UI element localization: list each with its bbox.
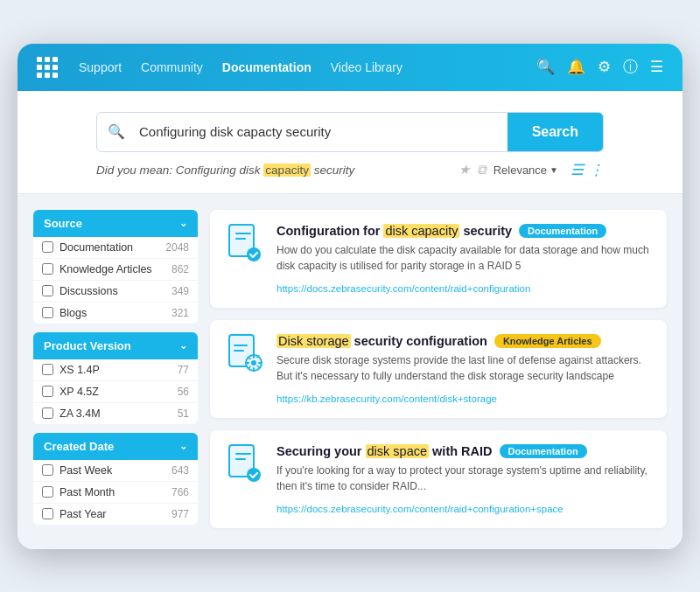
list-view-icon[interactable]: ☰	[570, 161, 584, 179]
filter-xp45z-checkbox[interactable]	[42, 386, 53, 397]
nav-documentation[interactable]: Documentation	[222, 60, 312, 74]
filter-knowledge-articles-checkbox[interactable]	[42, 263, 53, 275]
filter-source-header[interactable]: Source ⌄	[33, 210, 198, 237]
bell-icon[interactable]: 🔔	[567, 58, 585, 76]
device-frame: Support Community Documentation Video Li…	[18, 44, 682, 549]
filter-documentation-label: Documentation	[60, 241, 159, 254]
did-you-mean-row: Did you mean: Configuring disk capacity …	[96, 161, 604, 179]
filter-past-week-count: 643	[172, 464, 189, 477]
result-3-icon	[226, 444, 264, 483]
filter-product-label: Product Version	[44, 339, 131, 352]
nav-video-library[interactable]: Video Library	[331, 60, 402, 74]
result-1-title-row: Configuration for disk capacity security…	[276, 224, 651, 238]
filter-blogs: Blogs 321	[33, 303, 198, 324]
svg-point-4	[251, 360, 256, 366]
hamburger-icon[interactable]: ☰	[650, 58, 663, 76]
result-3-content: Securing your disk space with RAID Docum…	[276, 444, 651, 516]
search-area: 🔍 Search Did you mean: Configuring disk …	[18, 91, 682, 194]
gear-icon[interactable]: ⚙	[598, 58, 611, 76]
did-you-mean-highlight: capacity	[263, 164, 311, 177]
filter-knowledge-articles-count: 862	[172, 263, 189, 275]
filter-documentation: Documentation 2048	[33, 237, 198, 259]
result-1-url[interactable]: https://docs.zebrasecurity.com/content/r…	[276, 283, 530, 294]
doc-check-icon-1	[228, 223, 262, 263]
filter-past-week: Past Week 643	[33, 460, 198, 482]
main-layout: Source ⌄ Documentation 2048 Knowledge Ar…	[18, 194, 682, 549]
result-2-title-row: Disk storage security configuration Know…	[276, 334, 651, 348]
filter-za34m-label: ZA 3.4M	[60, 407, 172, 420]
result-3-highlight: disk space	[366, 444, 430, 458]
filter-past-month-label: Past Month	[60, 486, 165, 498]
search-bar-icon: 🔍	[97, 123, 136, 140]
result-2-url[interactable]: https://kb.zebrasecurity.com/content/dis…	[276, 394, 497, 404]
filter-past-month-checkbox[interactable]	[42, 486, 53, 498]
filter-discussions-count: 349	[172, 285, 189, 297]
filter-blogs-label: Blogs	[60, 307, 165, 319]
search-input[interactable]	[136, 115, 508, 148]
result-card-2: Disk storage security configuration Know…	[210, 320, 667, 418]
result-3-desc: If you're looking for a way to protect y…	[276, 463, 651, 494]
filter-date-section: Created Date ⌄ Past Week 643 Past Month …	[33, 433, 198, 525]
filter-za34m-checkbox[interactable]	[42, 407, 53, 419]
result-3-url[interactable]: https://docs.zebrasecurity.com/content/r…	[276, 504, 564, 514]
filter-xs14p-checkbox[interactable]	[42, 364, 53, 375]
filter-xs14p-label: XS 1.4P	[60, 364, 172, 376]
result-1-highlight: disk capacity	[383, 224, 459, 238]
result-1-icon	[226, 224, 264, 262]
filter-date-header[interactable]: Created Date ⌄	[33, 433, 198, 460]
filter-discussions-checkbox[interactable]	[42, 285, 53, 296]
result-1-content: Configuration for disk capacity security…	[276, 224, 651, 296]
gear-doc-icon	[228, 333, 262, 373]
filter-product-header[interactable]: Product Version ⌄	[33, 332, 198, 359]
result-card-1: Configuration for disk capacity security…	[210, 210, 667, 308]
result-2-desc: Secure disk storage systems provide the …	[276, 352, 651, 384]
sort-row: ★ ⧉ Relevance ▼ ☰ ⋮	[458, 161, 604, 179]
filter-blogs-checkbox[interactable]	[42, 307, 53, 318]
search-icon[interactable]: 🔍	[536, 58, 555, 76]
bookmark-icon[interactable]: ★	[458, 162, 470, 178]
filter-past-week-label: Past Week	[60, 464, 165, 477]
grid-menu-icon[interactable]	[37, 57, 58, 78]
result-2-highlight: Disk storage	[276, 334, 351, 348]
filter-date-arrow: ⌄	[179, 441, 187, 452]
result-3-title-row: Securing your disk space with RAID Docum…	[276, 444, 651, 458]
filter-discussions-label: Discussions	[60, 285, 165, 297]
result-3-badge: Documentation	[500, 444, 587, 458]
filter-past-year-checkbox[interactable]	[42, 508, 53, 519]
copy-icon[interactable]: ⧉	[477, 162, 486, 178]
sort-chevron-icon: ▼	[550, 165, 558, 175]
filter-past-year-label: Past Year	[60, 508, 165, 520]
filter-product-arrow: ⌄	[179, 340, 187, 352]
nav-community[interactable]: Community	[141, 60, 203, 74]
filter-past-week-checkbox[interactable]	[42, 464, 53, 476]
svg-point-1	[247, 247, 261, 261]
filter-past-year: Past Year 977	[33, 504, 198, 525]
result-2-badge: Knowledge Articles	[494, 334, 601, 348]
filter-xs14p-count: 77	[178, 364, 189, 376]
results-list: Configuration for disk capacity security…	[210, 210, 667, 533]
nav-links: Support Community Documentation Video Li…	[79, 60, 515, 74]
nav-support[interactable]: Support	[79, 60, 122, 74]
filter-discussions: Discussions 349	[33, 281, 198, 303]
nav-icon-group: 🔍 🔔 ⚙ ⓘ ☰	[536, 57, 663, 77]
filter-knowledge-articles: Knowledge Articles 862	[33, 259, 198, 281]
filter-xp45z-label: XP 4.5Z	[60, 386, 172, 398]
svg-point-6	[247, 468, 261, 482]
filter-past-year-count: 977	[172, 508, 189, 520]
filter-knowledge-articles-label: Knowledge Articles	[60, 263, 165, 275]
result-1-badge: Documentation	[519, 224, 606, 238]
help-icon[interactable]: ⓘ	[623, 57, 638, 77]
filter-xp45z-count: 56	[178, 386, 189, 398]
doc-check-icon-3	[228, 443, 262, 484]
filter-date-label: Created Date	[44, 440, 114, 453]
filter-documentation-count: 2048	[165, 241, 189, 254]
filter-xp45z: XP 4.5Z 56	[33, 381, 198, 403]
filter-documentation-checkbox[interactable]	[42, 241, 53, 253]
grid-view-icon[interactable]: ⋮	[589, 161, 604, 179]
nav-bar: Support Community Documentation Video Li…	[18, 44, 682, 91]
view-icons: ☰ ⋮	[570, 161, 604, 179]
search-bar: 🔍 Search	[96, 112, 604, 152]
sort-relevance[interactable]: Relevance ▼	[494, 164, 558, 177]
search-button[interactable]: Search	[508, 113, 603, 151]
result-1-title: Configuration for disk capacity security	[276, 224, 512, 238]
